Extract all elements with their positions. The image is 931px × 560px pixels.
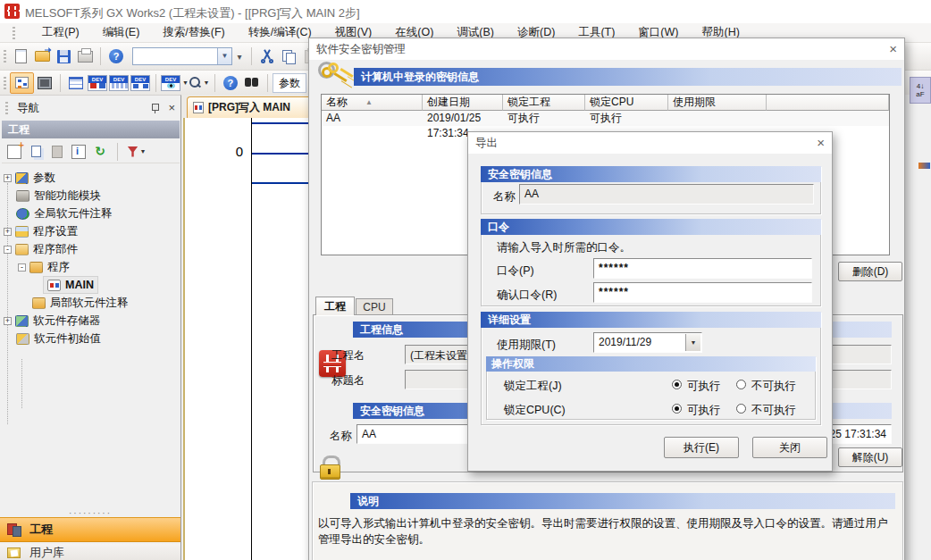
nav-paste-button[interactable] [48, 141, 66, 163]
ladder-rung-line [252, 122, 308, 124]
table-header-row: 名称 ▲ 创建日期 锁定工程 锁定CPU 使用期限 [322, 95, 889, 111]
bottom-tab-user-library[interactable]: 用户库 [0, 544, 180, 560]
device-memory-button[interactable] [108, 72, 130, 94]
release-button[interactable]: 解除(U) [838, 447, 902, 467]
column-header-name[interactable]: 名称 ▲ [322, 95, 423, 111]
lock-project-label: 锁定工程(J) [504, 379, 562, 394]
password-section-header: 口令 [481, 219, 821, 235]
description-header: 说明 [350, 493, 895, 509]
nav-copy-button[interactable] [27, 141, 45, 163]
lock-cpu-not-executable-radio[interactable] [736, 404, 746, 414]
keys-icon [316, 60, 350, 90]
tree-item-local-device-comment[interactable]: 局部软元件注释 [32, 294, 129, 312]
lock-project-not-executable-radio[interactable] [736, 380, 746, 389]
save-project-button[interactable] [53, 46, 74, 67]
list-view-button[interactable] [65, 72, 87, 94]
toolbar-overflow-button[interactable]: ▾ [232, 46, 247, 67]
filter-icon [128, 146, 138, 157]
program-file-icon [193, 102, 204, 113]
device-comment-button[interactable] [87, 72, 108, 94]
nav-refresh-button[interactable]: ↻ [91, 141, 109, 163]
tree-item-label: 参数 [33, 171, 55, 186]
pin-icon[interactable] [151, 103, 159, 113]
password-input[interactable]: ****** [593, 258, 812, 279]
tab-project[interactable]: 工程 [315, 297, 355, 315]
bottom-tab-project[interactable]: 工程 [0, 517, 180, 542]
close-button[interactable]: 关闭 [752, 437, 827, 458]
cell-lock-cpu: 可执行 [585, 111, 668, 126]
tree-item-program[interactable]: - 程序 [18, 258, 70, 276]
cell-expiry [668, 111, 767, 126]
close-icon[interactable]: × [168, 103, 175, 113]
find-combobox[interactable]: ▼ [132, 47, 232, 65]
nav-filter-button[interactable]: ▼ [126, 141, 147, 163]
navigation-toggle-button[interactable] [10, 72, 34, 94]
tree-item-main[interactable]: MAIN [43, 276, 98, 294]
chevron-down-icon[interactable]: ▼ [217, 48, 231, 64]
help-button[interactable]: ? [105, 46, 127, 67]
tree-item-label: 软元件存储器 [33, 313, 100, 329]
device-layout-icon [130, 75, 150, 91]
expander-icon[interactable]: - [4, 246, 12, 254]
device-layout-button[interactable] [130, 72, 151, 94]
expander-icon[interactable]: - [18, 263, 26, 272]
column-header-expiry[interactable]: 使用期限 [668, 95, 767, 111]
help-button[interactable]: ? [220, 72, 241, 94]
refresh-icon: ↻ [95, 145, 105, 158]
close-icon[interactable]: × [817, 137, 825, 149]
expander-icon[interactable]: + [4, 317, 12, 325]
editor-tab-main[interactable]: [PRG]写入 MAIN [187, 96, 312, 118]
close-icon[interactable]: × [889, 43, 897, 55]
execute-button[interactable]: 执行(E) [664, 437, 739, 458]
export-dialog: 导出 × 安全密钥信息 名称 AA 口令 请输入导入时所需的口令。 口令(P) … [467, 131, 833, 472]
delete-button[interactable]: 删除(D) [838, 262, 902, 281]
ladder-rung-line [252, 153, 308, 155]
column-header-lock-project[interactable]: 锁定工程 [503, 95, 585, 111]
parameter-combobox[interactable]: 参数 [273, 73, 306, 93]
column-header-lock-cpu[interactable]: 锁定CPU [585, 95, 668, 111]
tree-item-global-device-comment[interactable]: 全局软元件注释 [16, 205, 113, 222]
menu-item-find-replace[interactable]: 搜索/替换(F) [163, 25, 224, 40]
device-memory-icon [109, 75, 129, 91]
nav-new-button[interactable] [5, 141, 23, 163]
lock-project-executable-radio[interactable] [672, 380, 682, 389]
expander-icon[interactable]: + [4, 228, 12, 236]
program-file-icon [47, 280, 61, 291]
new-project-button[interactable] [10, 46, 31, 67]
module-config-button[interactable] [34, 72, 55, 94]
key-manager-titlebar[interactable]: 软件安全密钥管理 × [309, 38, 904, 60]
lock-cpu-executable-radio[interactable] [672, 404, 682, 414]
copy-button[interactable] [278, 46, 299, 67]
tree-item-parameters[interactable]: + 参数 [4, 169, 55, 187]
export-titlebar[interactable]: 导出 × [468, 132, 832, 154]
confirm-password-input[interactable]: ****** [593, 282, 812, 303]
column-header-created[interactable]: 创建日期 [423, 95, 503, 111]
tree-item-intelligent-module[interactable]: 智能功能模块 [16, 187, 101, 205]
find-button[interactable] [241, 72, 263, 94]
tab-cpu[interactable]: CPU [356, 298, 393, 315]
column-label: 名称 [326, 95, 348, 110]
device-monitor-button[interactable]: ▼ [161, 72, 189, 94]
chevron-down-icon[interactable]: ▼ [685, 334, 700, 351]
print-button[interactable] [74, 46, 96, 67]
tree-item-program-setting[interactable]: + 程序设置 [4, 222, 78, 240]
local-comment-folder-icon [32, 297, 46, 309]
table-row[interactable]: AA 2019/01/25 17:31:34 可执行 可执行 [322, 111, 889, 126]
expander-icon[interactable]: + [4, 174, 12, 182]
tree-item-pou[interactable]: - 程序部件 [4, 240, 78, 258]
menu-item-edit[interactable]: 编辑(E) [103, 25, 140, 40]
device-initial-value-icon [16, 333, 29, 345]
nav-properties-button[interactable] [70, 141, 88, 163]
ladder-editor[interactable] [183, 118, 308, 560]
registered-keys-header: 计算机中登录的密钥信息 [354, 68, 902, 86]
tree-item-device-initial-value[interactable]: 软元件初始值 [16, 330, 101, 347]
cut-button[interactable] [256, 46, 278, 67]
tree-item-device-memory[interactable]: + 软元件存储器 [4, 312, 100, 330]
device-monitor-icon [161, 75, 180, 91]
device-find-button[interactable]: ▼ [189, 72, 210, 94]
menu-item-convert-compile[interactable]: 转换/编译(C) [248, 25, 312, 40]
expiry-combobox[interactable]: 2019/11/29 ▼ [593, 332, 702, 353]
open-project-button[interactable] [31, 46, 53, 67]
project-name-label: 工程名 [331, 348, 365, 364]
menu-item-project[interactable]: 工程(P) [42, 25, 80, 40]
